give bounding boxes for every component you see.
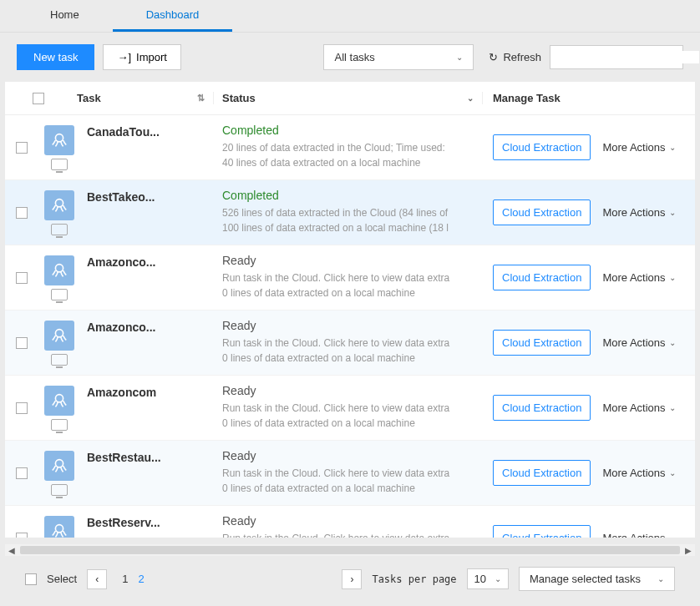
- chevron-down-icon: ⌄: [669, 208, 676, 217]
- more-actions-dropdown[interactable]: More Actions⌄: [602, 401, 675, 414]
- status-cell: ReadyRun task in the Cloud. Click here t…: [214, 514, 483, 538]
- task-name: BestTakeo...: [80, 189, 214, 236]
- chevron-down-icon: ⌄: [657, 574, 664, 583]
- scrollbar-thumb[interactable]: [20, 546, 680, 554]
- refresh-button[interactable]: ↻ Refresh: [489, 51, 541, 63]
- task-name: CanadaTou...: [80, 124, 214, 171]
- table-row[interactable]: Amazonco...ReadyRun task in the Cloud. C…: [5, 311, 695, 376]
- table-row[interactable]: Amazonco...ReadyRun task in the Cloud. C…: [5, 245, 695, 311]
- octopus-icon: [44, 125, 74, 155]
- more-actions-dropdown[interactable]: More Actions⌄: [602, 532, 675, 538]
- cloud-extraction-button[interactable]: Cloud Extraction: [493, 525, 591, 538]
- row-checkbox[interactable]: [16, 337, 28, 349]
- chevron-down-icon: ⌄: [669, 338, 676, 347]
- chevron-down-icon: ⌄: [669, 403, 676, 412]
- row-checkbox[interactable]: [16, 207, 28, 219]
- task-icon-cell: [38, 384, 80, 432]
- import-icon: →]: [117, 51, 131, 63]
- row-checkbox[interactable]: [16, 142, 28, 154]
- select-all-checkbox[interactable]: [33, 93, 44, 104]
- actions-cell: Cloud ExtractionMore Actions⌄: [483, 514, 695, 538]
- tab-home[interactable]: Home: [17, 0, 113, 32]
- status-label: Completed: [222, 189, 474, 202]
- row-checkbox[interactable]: [16, 533, 28, 538]
- import-label: Import: [136, 51, 167, 63]
- svg-point-3: [55, 199, 63, 207]
- refresh-icon: ↻: [489, 51, 498, 63]
- chevron-down-icon: ⌄: [495, 574, 501, 583]
- import-button[interactable]: →] Import: [103, 44, 180, 70]
- status-line-2: 0 lines of data extracted on a local mac…: [222, 351, 474, 366]
- monitor-icon: [51, 224, 68, 235]
- status-line-2: 0 lines of data extracted on a local mac…: [222, 416, 474, 431]
- next-page-button[interactable]: ›: [342, 569, 362, 589]
- table-header: Task ⇅ Status ⌄ Manage Task: [5, 82, 695, 115]
- actions-cell: Cloud ExtractionMore Actions⌄: [483, 189, 695, 236]
- status-label: Ready: [222, 449, 474, 462]
- cloud-extraction-button[interactable]: Cloud Extraction: [493, 395, 591, 421]
- scroll-left-icon[interactable]: ◀: [7, 546, 17, 555]
- task-icon-cell: [38, 449, 80, 497]
- more-actions-dropdown[interactable]: More Actions⌄: [602, 467, 675, 479]
- task-icon-cell: [38, 189, 80, 236]
- status-line-1: 20 lines of data extracted in the Cloud;…: [222, 140, 474, 155]
- task-filter-dropdown[interactable]: All tasks ⌄: [323, 44, 474, 70]
- octopus-icon: [44, 516, 74, 538]
- table-row[interactable]: CanadaTou...Completed20 lines of data ex…: [5, 115, 695, 180]
- row-checkbox[interactable]: [16, 272, 28, 284]
- octopus-icon: [44, 190, 74, 220]
- toolbar: New task →] Import All tasks ⌄ ↻ Refresh: [0, 33, 700, 82]
- more-actions-dropdown[interactable]: More Actions⌄: [602, 336, 675, 349]
- status-line-1: Run task in the Cloud. Click here to vie…: [222, 401, 474, 416]
- col-manage: Manage Task: [483, 92, 695, 104]
- page-number[interactable]: 2: [133, 573, 149, 585]
- table-row[interactable]: BestTakeo...Completed526 lines of data e…: [5, 180, 695, 245]
- task-table: Task ⇅ Status ⌄ Manage Task CanadaTou...…: [5, 82, 695, 538]
- monitor-icon: [51, 354, 68, 366]
- monitor-icon: [51, 159, 68, 170]
- footer: Select ‹ 12 › Tasks per page 10 ⌄ Manage…: [5, 560, 695, 598]
- status-line-1: 526 lines of data extracted in the Cloud…: [222, 205, 474, 220]
- actions-cell: Cloud ExtractionMore Actions⌄: [483, 319, 695, 366]
- tasks-per-page-select[interactable]: 10 ⌄: [467, 568, 509, 589]
- status-line-1: Run task in the Cloud. Click here to vie…: [222, 336, 474, 351]
- status-cell: Completed526 lines of data extracted in …: [214, 189, 483, 236]
- manage-selected-label: Manage selected tasks: [530, 573, 641, 585]
- actions-cell: Cloud ExtractionMore Actions⌄: [483, 124, 695, 171]
- monitor-icon: [51, 419, 68, 431]
- select-page-checkbox[interactable]: [25, 573, 37, 585]
- row-checkbox[interactable]: [16, 402, 28, 414]
- more-actions-label: More Actions: [602, 401, 665, 414]
- cloud-extraction-button[interactable]: Cloud Extraction: [493, 330, 591, 356]
- prev-page-button[interactable]: ‹: [87, 569, 107, 589]
- tab-dashboard[interactable]: Dashboard: [113, 0, 233, 32]
- cloud-extraction-button[interactable]: Cloud Extraction: [493, 134, 591, 160]
- status-line-1: Run task in the Cloud. Click here to vie…: [222, 466, 474, 481]
- cloud-extraction-button[interactable]: Cloud Extraction: [493, 265, 591, 290]
- table-row[interactable]: AmazoncomReadyRun task in the Cloud. Cli…: [5, 376, 695, 441]
- search-input[interactable]: [559, 51, 699, 63]
- octopus-icon: [44, 451, 74, 481]
- new-task-button[interactable]: New task: [17, 44, 94, 70]
- page-number[interactable]: 1: [117, 573, 133, 585]
- chevron-down-icon: ⌄: [669, 273, 676, 282]
- col-task-label: Task: [77, 92, 101, 104]
- cloud-extraction-button[interactable]: Cloud Extraction: [493, 199, 591, 225]
- table-row[interactable]: BestReserv...ReadyRun task in the Cloud.…: [5, 506, 695, 538]
- more-actions-dropdown[interactable]: More Actions⌄: [602, 206, 675, 219]
- search-box[interactable]: [550, 45, 683, 69]
- row-checkbox[interactable]: [16, 467, 28, 479]
- manage-selected-dropdown[interactable]: Manage selected tasks ⌄: [519, 567, 675, 591]
- actions-cell: Cloud ExtractionMore Actions⌄: [483, 384, 695, 432]
- more-actions-dropdown[interactable]: More Actions⌄: [602, 141, 675, 154]
- col-task[interactable]: Task ⇅: [72, 92, 214, 104]
- scroll-right-icon[interactable]: ▶: [683, 546, 693, 555]
- table-row[interactable]: BestRestau...ReadyRun task in the Cloud.…: [5, 441, 695, 506]
- horizontal-scrollbar[interactable]: ◀ ▶: [5, 544, 695, 556]
- more-actions-dropdown[interactable]: More Actions⌄: [602, 271, 675, 284]
- col-status[interactable]: Status ⌄: [214, 92, 483, 104]
- task-icon-cell: [38, 514, 80, 538]
- cloud-extraction-button[interactable]: Cloud Extraction: [493, 460, 591, 486]
- more-actions-label: More Actions: [602, 206, 665, 219]
- actions-cell: Cloud ExtractionMore Actions⌄: [483, 449, 695, 497]
